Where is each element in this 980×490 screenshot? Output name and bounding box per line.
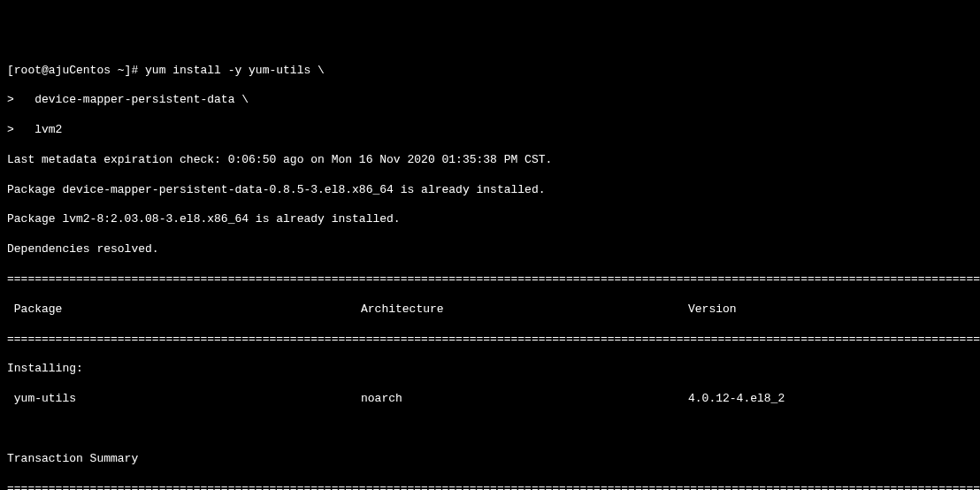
continuation-line-1: > device-mapper-persistent-data \ (7, 93, 973, 108)
already-installed-1: Package device-mapper-persistent-data-0.… (7, 183, 973, 198)
install-row: yum-utils noarch 4.0.12-4.el8_2 (7, 392, 973, 407)
blank-line (7, 422, 973, 437)
header-package: Package (7, 302, 361, 318)
summary-label: Transaction Summary (7, 452, 973, 467)
separator-summary: ========================================… (7, 482, 973, 491)
separator-header: ========================================… (7, 333, 973, 348)
installing-label: Installing: (7, 362, 973, 377)
prompt-line-1: [root@ajuCentos ~]# yum install -y yum-u… (7, 64, 973, 79)
header-arch: Architecture (361, 302, 688, 318)
metadata-line: Last metadata expiration check: 0:06:50 … (7, 153, 973, 168)
command-1: yum install -y yum-utils \ (145, 64, 325, 77)
header-version: Version (688, 302, 973, 318)
row-version: 4.0.12-4.el8_2 (688, 392, 973, 407)
cont-marker: > (7, 123, 34, 136)
deps-resolved: Dependencies resolved. (7, 242, 973, 257)
continuation-line-2: > lvm2 (7, 123, 973, 138)
row-arch: noarch (361, 392, 688, 407)
table-header-row: Package Architecture Version (7, 302, 973, 318)
command-2: device-mapper-persistent-data \ (34, 93, 249, 106)
command-3: lvm2 (34, 123, 62, 136)
cont-marker: > (7, 93, 34, 106)
row-package: yum-utils (7, 392, 361, 407)
prompt-prefix: [root@ajuCentos ~]# (7, 64, 145, 77)
separator-top: ========================================… (7, 272, 973, 287)
already-installed-2: Package lvm2-8:2.03.08-3.el8.x86_64 is a… (7, 212, 973, 227)
